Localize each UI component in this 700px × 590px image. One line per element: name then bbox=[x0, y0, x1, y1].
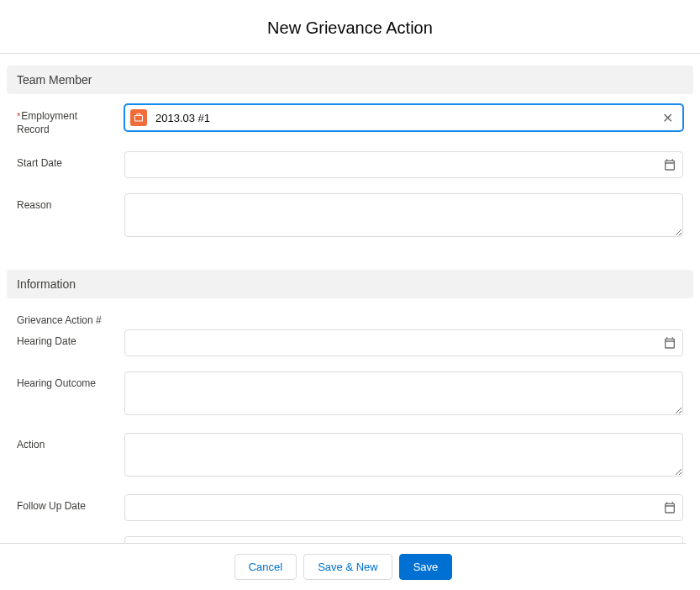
label-follow-up-date: Follow Up Date bbox=[17, 494, 124, 513]
page-title: New Grievance Action bbox=[0, 0, 700, 53]
title-divider bbox=[0, 53, 700, 54]
label-hearing-date: Hearing Date bbox=[17, 329, 124, 348]
label-hearing-outcome: Hearing Outcome bbox=[17, 371, 124, 390]
section-heading-information: Information bbox=[7, 270, 693, 298]
reason-textarea[interactable] bbox=[124, 193, 683, 237]
required-asterisk: * bbox=[17, 111, 20, 121]
employment-record-value: 2013.03 #1 bbox=[147, 112, 657, 124]
row-action: Action bbox=[17, 433, 683, 479]
employment-record-lookup[interactable]: 2013.03 #1 ✕ bbox=[124, 104, 683, 131]
action-textarea[interactable] bbox=[124, 433, 683, 477]
label-action: Action bbox=[17, 433, 124, 451]
row-employment-record: *Employment Record 2013.03 #1 ✕ bbox=[17, 104, 683, 136]
row-hearing-outcome: Hearing Outcome bbox=[17, 371, 683, 418]
section-heading-team-member: Team Member bbox=[7, 66, 693, 94]
label-start-date: Start Date bbox=[17, 151, 124, 170]
row-grievance-action-num: Grievance Action # bbox=[17, 308, 683, 327]
row-hearing-date: Hearing Date bbox=[17, 329, 683, 356]
hearing-outcome-textarea[interactable] bbox=[124, 371, 683, 415]
save-and-new-button[interactable]: Save & New bbox=[303, 554, 392, 580]
label-reason: Reason bbox=[17, 193, 124, 212]
hearing-date-input[interactable] bbox=[124, 329, 683, 356]
label-employment-record: *Employment Record bbox=[17, 104, 124, 136]
footer-bar: Cancel Save & New Save bbox=[0, 543, 687, 590]
label-grievance-action-num: Grievance Action # bbox=[17, 308, 124, 327]
section-team-member: Team Member *Employment Record 2013.03 #… bbox=[7, 66, 693, 258]
start-date-input[interactable] bbox=[124, 151, 683, 178]
follow-up-date-input[interactable] bbox=[124, 494, 683, 521]
grievance-action-num-value bbox=[124, 308, 683, 325]
record-icon bbox=[130, 109, 147, 126]
row-follow-up-date: Follow Up Date bbox=[17, 494, 683, 521]
modal-scroll[interactable]: New Grievance Action Team Member *Employ… bbox=[0, 0, 700, 590]
section-information: Information Grievance Action # Hearing D… bbox=[7, 270, 693, 590]
save-button[interactable]: Save bbox=[399, 554, 453, 580]
row-reason: Reason bbox=[17, 193, 683, 240]
row-start-date: Start Date bbox=[17, 151, 683, 178]
cancel-button[interactable]: Cancel bbox=[234, 554, 297, 580]
close-icon[interactable]: ✕ bbox=[657, 108, 677, 128]
